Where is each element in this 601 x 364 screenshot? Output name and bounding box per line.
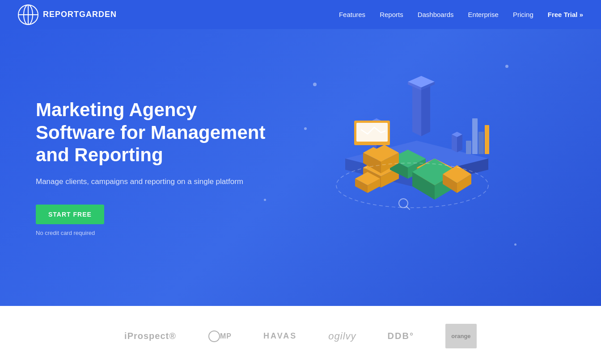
hero-illustration — [268, 60, 565, 275]
svg-rect-42 — [466, 141, 471, 154]
nav-enterprise[interactable]: Enterprise — [468, 11, 499, 18]
svg-marker-29 — [412, 83, 421, 136]
hero-section: Marketing Agency Software for Management… — [0, 29, 601, 306]
isometric-graphic — [305, 60, 529, 275]
brand-ogilvy: ogilvy — [328, 331, 356, 342]
hero-title: Marketing Agency Software for Management… — [36, 99, 268, 166]
hero-left: Marketing Agency Software for Management… — [36, 99, 268, 236]
svg-marker-30 — [421, 83, 430, 136]
nav-pricing[interactable]: Pricing — [513, 11, 533, 18]
brand-iprospect: iProspect® — [124, 331, 176, 341]
brand-havas: HAVAS — [263, 331, 297, 341]
no-credit-text: No credit card required — [36, 230, 268, 236]
svg-point-49 — [209, 331, 220, 342]
nav-reports[interactable]: Reports — [380, 11, 403, 18]
logo-text: REPORTGARDEN — [43, 10, 117, 19]
logo[interactable]: REPORTGARDEN — [18, 4, 117, 25]
nav-features[interactable]: Features — [339, 11, 365, 18]
svg-marker-38 — [452, 134, 457, 152]
svg-rect-40 — [472, 118, 478, 154]
logo-icon — [18, 4, 38, 25]
nav-dashboards[interactable]: Dashboards — [418, 11, 454, 18]
brands-section: iProspect® MP HAVAS ogilvy DDB° orange — [0, 306, 601, 364]
brand-orange: orange — [445, 324, 477, 348]
svg-text:MP: MP — [220, 332, 232, 340]
svg-marker-39 — [457, 134, 462, 152]
main-nav: Features Reports Dashboards Enterprise P… — [339, 11, 583, 18]
brand-omp: MP — [207, 330, 232, 343]
svg-rect-41 — [478, 132, 484, 154]
start-free-button[interactable]: START FREE — [36, 205, 104, 224]
header: REPORTGARDEN Features Reports Dashboards… — [0, 0, 601, 29]
brand-ddb: DDB° — [388, 331, 414, 341]
nav-free-trial[interactable]: Free Trial » — [548, 11, 583, 18]
hero-subtitle: Manage clients, campaigns and reporting … — [36, 176, 268, 188]
svg-rect-43 — [485, 125, 489, 154]
